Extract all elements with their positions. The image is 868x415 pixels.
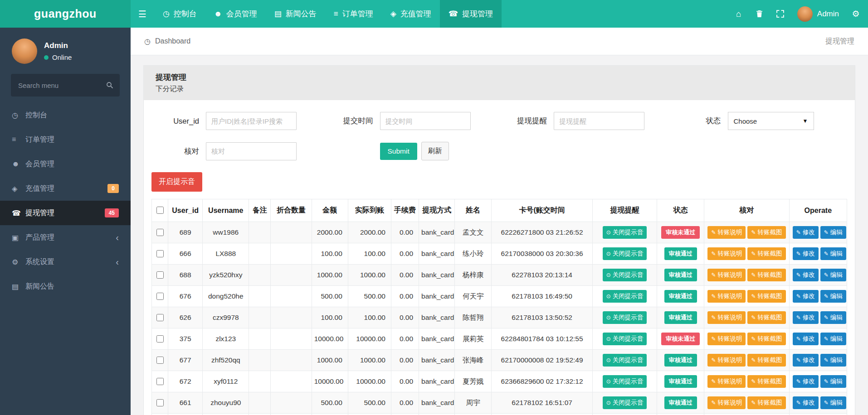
trash-button[interactable]	[749, 0, 770, 28]
transfer-note-button[interactable]: ✎转账说明	[707, 333, 746, 345]
transfer-note-button[interactable]: ✎转账说明	[707, 290, 746, 303]
close-sound-button[interactable]: ⊙关闭提示音	[603, 226, 647, 239]
settings-button[interactable]: ⚙	[845, 0, 866, 28]
row-checkbox[interactable]	[156, 378, 164, 385]
search-input[interactable]	[11, 74, 120, 97]
modify-button[interactable]: ✎修改	[793, 269, 819, 281]
brand-logo[interactable]: guangzhou	[0, 0, 131, 28]
home-button[interactable]: ⌂	[728, 0, 749, 28]
transfer-screenshot-button[interactable]: ✎转账截图	[747, 247, 785, 260]
modify-button[interactable]: ✎修改	[793, 290, 819, 303]
transfer-note-button[interactable]: ✎转账说明	[707, 269, 746, 281]
transfer-screenshot-button[interactable]: ✎转账截图	[747, 396, 785, 409]
transfer-note-button[interactable]: ✎转账说明	[707, 354, 746, 367]
row-checkbox[interactable]	[156, 271, 164, 279]
row-user-id: 666	[168, 243, 203, 265]
user-menu[interactable]: Admin	[791, 6, 845, 22]
transfer-screenshot-button[interactable]: ✎转账截图	[747, 290, 785, 303]
topnav-item-console[interactable]: ◷ 控制台	[154, 0, 205, 28]
table-row: 689ww19862000.002000.000.00bank_card孟文文6…	[152, 222, 847, 243]
transfer-note-button[interactable]: ✎转账说明	[707, 396, 746, 409]
row-fee: 0.00	[391, 222, 419, 243]
modify-button[interactable]: ✎修改	[793, 354, 819, 367]
refresh-button[interactable]: 刷新	[421, 142, 449, 160]
topnav-item-orders[interactable]: ≡ 订单管理	[325, 0, 382, 28]
pencil-icon: ✎	[824, 379, 829, 384]
modify-button[interactable]: ✎修改	[793, 375, 819, 388]
topnav-item-members[interactable]: ☻ 会员管理	[205, 0, 266, 28]
topnav-item-recharge[interactable]: ◈ 充值管理	[382, 0, 440, 28]
pencil-icon: ✎	[751, 379, 756, 384]
edit-button[interactable]: ✎编辑	[820, 311, 846, 324]
close-sound-button[interactable]: ⊙关闭提示音	[603, 247, 647, 260]
topnav-item-withdraw[interactable]: ☎ 提现管理	[440, 0, 502, 28]
edit-button[interactable]: ✎编辑	[820, 375, 846, 388]
row-card-time: 62170038000 03 20:30:36	[492, 243, 592, 265]
sidebar-item-news[interactable]: ▤ 新闻公告	[0, 274, 131, 299]
transfer-screenshot-button[interactable]: ✎转账截图	[747, 375, 785, 388]
check-input[interactable]	[206, 142, 297, 160]
close-sound-button[interactable]: ⊙关闭提示音	[603, 396, 647, 409]
select-all-checkbox[interactable]	[156, 207, 164, 214]
sidebar-item-withdraw[interactable]: ☎ 提现管理 45	[0, 201, 131, 225]
row-checkbox[interactable]	[156, 250, 164, 257]
edit-button[interactable]: ✎编辑	[820, 354, 846, 367]
modify-button[interactable]: ✎修改	[793, 396, 819, 409]
sidebar-item-products[interactable]: ▣ 产品管理 ‹	[0, 225, 131, 250]
modify-button[interactable]: ✎修改	[793, 311, 819, 324]
edit-button-label: 编辑	[830, 377, 843, 386]
col-status: 状态	[657, 199, 704, 222]
edit-button[interactable]: ✎编辑	[820, 396, 846, 409]
transfer-note-button[interactable]: ✎转账说明	[707, 311, 746, 324]
close-sound-button[interactable]: ⊙关闭提示音	[603, 311, 647, 324]
sidebar-item-orders[interactable]: ≡ 订单管理	[0, 127, 131, 152]
sidebar-item-recharge[interactable]: ◈ 充值管理 0	[0, 176, 131, 201]
enable-sound-button[interactable]: 开启提示音	[151, 172, 202, 192]
sidebar-toggle-button[interactable]: ☰	[131, 0, 154, 28]
modify-button[interactable]: ✎修改	[793, 226, 819, 239]
edit-button[interactable]: ✎编辑	[820, 226, 846, 239]
fullscreen-icon	[776, 10, 784, 18]
row-checkbox[interactable]	[156, 229, 164, 236]
transfer-screenshot-button[interactable]: ✎转账截图	[747, 226, 785, 239]
close-sound-button[interactable]: ⊙关闭提示音	[603, 290, 647, 303]
row-remind-cell: ⊙关闭提示音	[592, 307, 657, 328]
topnav-item-news[interactable]: ▤ 新闻公告	[266, 0, 325, 28]
close-sound-button[interactable]: ⊙关闭提示音	[603, 354, 647, 367]
status-select[interactable]: Choose ▼	[728, 112, 814, 130]
pencil-icon: ✎	[796, 357, 801, 363]
transfer-note-button[interactable]: ✎转账说明	[707, 226, 746, 239]
fullscreen-button[interactable]	[770, 0, 791, 28]
transfer-note-button[interactable]: ✎转账说明	[707, 247, 746, 260]
edit-button[interactable]: ✎编辑	[820, 290, 846, 303]
row-checkbox[interactable]	[156, 335, 164, 343]
close-sound-button[interactable]: ⊙关闭提示音	[603, 333, 647, 345]
transfer-screenshot-button[interactable]: ✎转账截图	[747, 269, 785, 281]
user-id-input[interactable]	[206, 112, 297, 130]
modify-button[interactable]: ✎修改	[793, 333, 819, 345]
row-checkbox[interactable]	[156, 293, 164, 300]
row-checkbox[interactable]	[156, 357, 164, 364]
sidebar-item-settings[interactable]: ⚙ 系统设置 ‹	[0, 250, 131, 274]
edit-button[interactable]: ✎编辑	[820, 333, 846, 345]
edit-button[interactable]: ✎编辑	[820, 269, 846, 281]
breadcrumb-left-label[interactable]: Dashboard	[155, 37, 190, 45]
transfer-screenshot-button[interactable]: ✎转账截图	[747, 311, 785, 324]
submit-button[interactable]: Submit	[380, 143, 417, 160]
close-sound-button[interactable]: ⊙关闭提示音	[603, 269, 647, 281]
sidebar-item-members[interactable]: ☻ 会员管理	[0, 152, 131, 176]
transfer-screenshot-button[interactable]: ✎转账截图	[747, 354, 785, 367]
dot-circle-icon: ⊙	[606, 379, 611, 384]
close-sound-button[interactable]: ⊙关闭提示音	[603, 375, 647, 388]
withdraw-remind-input[interactable]	[554, 112, 644, 130]
row-checkbox[interactable]	[156, 399, 164, 406]
transfer-screenshot-button[interactable]: ✎转账截图	[747, 333, 785, 345]
modify-button-label: 修改	[803, 377, 815, 386]
edit-button[interactable]: ✎编辑	[820, 247, 846, 260]
row-checkbox[interactable]	[156, 314, 164, 321]
sidebar-item-console[interactable]: ◷ 控制台	[0, 103, 131, 127]
modify-button[interactable]: ✎修改	[793, 247, 819, 260]
transfer-note-button[interactable]: ✎转账说明	[707, 375, 746, 388]
table-row: 666LX888100.00100.000.00bank_card练小玲6217…	[152, 243, 847, 265]
submit-time-input[interactable]	[380, 112, 471, 130]
